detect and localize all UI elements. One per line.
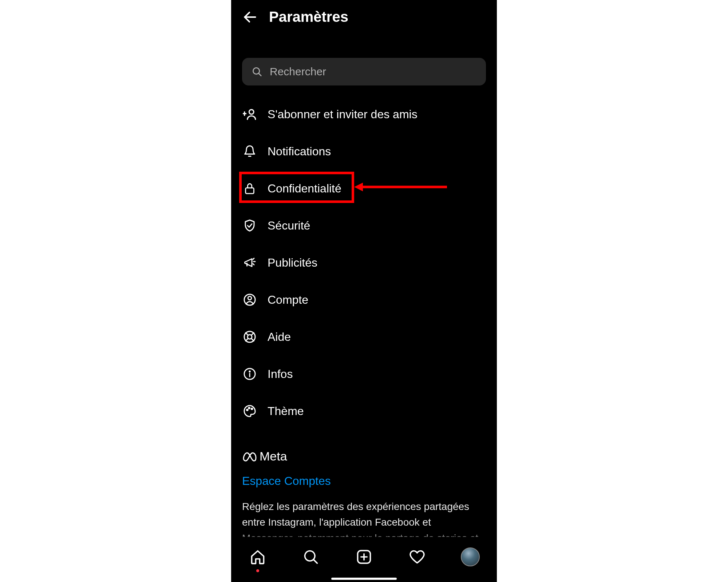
svg-rect-6 (246, 188, 254, 194)
avatar (461, 547, 480, 566)
meta-brand-text: Meta (260, 449, 287, 463)
svg-line-14 (246, 333, 248, 335)
svg-point-3 (249, 109, 254, 114)
settings-list: S'abonner et inviter des amis Notificati… (231, 96, 497, 430)
bottom-nav (231, 537, 497, 582)
settings-item-label: Infos (268, 367, 293, 381)
info-icon (242, 367, 257, 380)
svg-line-16 (252, 333, 254, 335)
settings-item-info[interactable]: Infos (231, 355, 497, 392)
svg-line-2 (259, 73, 261, 76)
settings-item-account[interactable]: Compte (231, 281, 497, 318)
settings-item-label: Compte (268, 293, 308, 307)
settings-item-help[interactable]: Aide (231, 318, 497, 355)
arrow-left-icon (242, 9, 258, 25)
svg-line-9 (253, 264, 254, 265)
bell-icon (242, 145, 257, 158)
svg-point-22 (249, 407, 250, 409)
megaphone-icon (242, 256, 257, 269)
svg-point-23 (251, 408, 253, 410)
meta-infinity-icon (242, 451, 257, 462)
lock-icon (242, 182, 257, 195)
settings-item-label: Confidentialité (268, 182, 341, 195)
svg-line-17 (246, 339, 248, 341)
svg-point-11 (248, 296, 252, 300)
settings-item-follow-invite[interactable]: S'abonner et inviter des amis (231, 96, 497, 133)
shield-icon (242, 219, 257, 232)
svg-line-7 (253, 258, 254, 259)
settings-item-label: Aide (268, 330, 291, 344)
settings-item-label: Publicités (268, 256, 317, 270)
plus-square-icon (356, 549, 372, 565)
nav-profile[interactable] (459, 546, 481, 568)
back-button[interactable] (242, 9, 258, 25)
heart-icon (409, 549, 425, 565)
svg-point-20 (249, 371, 250, 372)
search-input[interactable] (270, 65, 476, 78)
user-circle-icon (242, 293, 257, 306)
nav-home[interactable] (247, 546, 269, 568)
meta-logo: Meta (242, 449, 486, 463)
settings-item-label: Notifications (268, 145, 331, 158)
nav-create[interactable] (353, 546, 375, 568)
settings-item-privacy[interactable]: Confidentialité (231, 170, 497, 207)
svg-line-15 (252, 339, 254, 341)
home-icon (250, 549, 266, 565)
nav-search[interactable] (300, 546, 322, 568)
settings-item-label: S'abonner et inviter des amis (268, 108, 418, 121)
settings-item-label: Sécurité (268, 219, 310, 232)
nav-activity[interactable] (406, 546, 428, 568)
settings-screen: Paramètres S'abonner et inviter des amis (231, 0, 497, 582)
accounts-center-link[interactable]: Espace Comptes (242, 474, 486, 488)
header: Paramètres (231, 0, 497, 32)
settings-item-notifications[interactable]: Notifications (231, 133, 497, 170)
search-container (231, 58, 497, 85)
search-icon (303, 549, 319, 565)
home-indicator (331, 578, 397, 580)
svg-line-25 (313, 559, 317, 563)
settings-item-label: Thème (268, 404, 304, 418)
search-icon (252, 66, 262, 77)
settings-item-security[interactable]: Sécurité (231, 207, 497, 244)
settings-item-ads[interactable]: Publicités (231, 244, 497, 281)
palette-icon (242, 404, 257, 418)
svg-point-21 (246, 409, 248, 411)
settings-item-theme[interactable]: Thème (231, 392, 497, 430)
lifebuoy-icon (242, 330, 257, 343)
add-person-icon (242, 107, 257, 121)
page-title: Paramètres (269, 9, 348, 25)
search-bar[interactable] (242, 58, 486, 85)
